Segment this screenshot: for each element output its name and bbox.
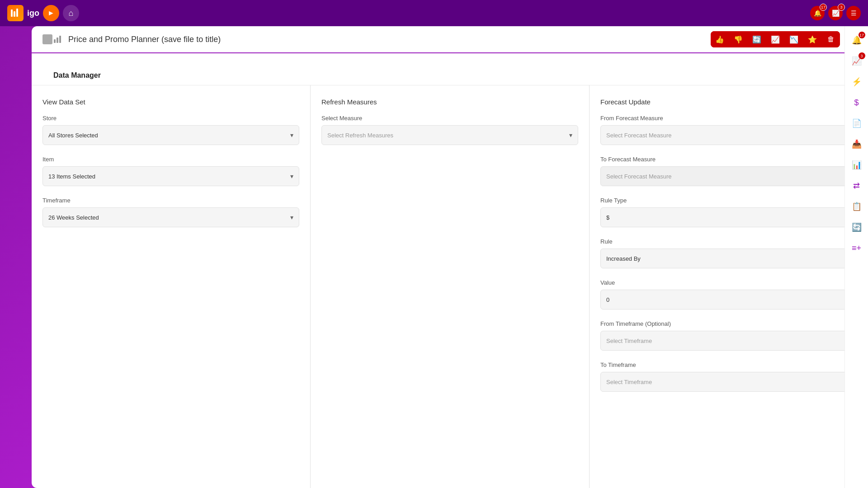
menu-button[interactable]: ☰ — [846, 6, 861, 20]
to-forecast-field-group: To Forecast Measure Select Forecast Meas… — [600, 156, 857, 186]
to-forecast-dropdown[interactable]: Select Forecast Measure ▾ — [600, 166, 857, 186]
from-timeframe-dropdown[interactable]: Select Timeframe ▾ — [600, 331, 857, 351]
forecast-update-title: Forecast Update — [600, 98, 857, 106]
value-label: Value — [600, 279, 857, 286]
header-toolbar: 👍 👎 🔄 📈 📉 ⭐ 🗑 ∧ — [711, 31, 857, 47]
analytics-button[interactable]: 📈 3 — [828, 6, 843, 20]
item-dropdown[interactable]: 13 Items Selected ▾ — [42, 166, 299, 186]
value-input[interactable] — [600, 290, 857, 310]
rule-label: Rule — [600, 238, 857, 245]
from-forecast-placeholder: Select Forecast Measure — [606, 132, 672, 139]
analytics-badge: 3 — [838, 4, 845, 11]
timeframe-value: 26 Weeks Selected — [48, 214, 99, 221]
item-field-group: Item 13 Items Selected ▾ — [42, 156, 299, 186]
from-timeframe-field-group: From Timeframe (Optional) Select Timefra… — [600, 320, 857, 351]
store-dropdown[interactable]: All Stores Selected ▾ — [42, 125, 299, 145]
page-title: Price and Promo Planner (save file to ti… — [68, 35, 221, 44]
rule-type-dropdown[interactable]: $ ▾ — [600, 207, 857, 227]
to-forecast-label: To Forecast Measure — [600, 156, 857, 163]
select-measure-field-group: Select Measure Select Refresh Measures ▾ — [321, 115, 578, 145]
data-manager-title: Data Manager — [42, 62, 112, 80]
refresh-button[interactable]: 🔄 — [748, 31, 766, 47]
sidebar-add-list-button[interactable]: ≡+ — [848, 239, 865, 257]
view-data-set-section: View Data Set Store All Stores Selected … — [32, 85, 311, 488]
timeframe-dropdown-arrow: ▾ — [290, 214, 293, 221]
sidebar-download-button[interactable]: 📥 — [848, 136, 865, 153]
thumbs-down-button[interactable]: 👎 — [729, 31, 747, 47]
from-forecast-field-group: From Forecast Measure Select Forecast Me… — [600, 115, 857, 145]
sections-container: View Data Set Store All Stores Selected … — [32, 85, 868, 488]
item-value: 13 Items Selected — [48, 173, 95, 180]
top-bar-right: 🔔 17 📈 3 ☰ — [810, 6, 861, 20]
store-dropdown-arrow: ▾ — [290, 131, 293, 139]
logo-area: igo — [7, 5, 39, 21]
rule-value: Increased By — [606, 255, 641, 262]
sidebar-barchart-button[interactable]: 📊 — [848, 156, 865, 174]
logo-icon — [7, 5, 24, 21]
select-measure-label: Select Measure — [321, 115, 578, 122]
sidebar-document-button[interactable]: 📄 — [848, 115, 865, 132]
rule-type-field-group: Rule Type $ ▾ — [600, 197, 857, 227]
data-manager-header: Data Manager ∧ — [32, 53, 868, 85]
main-content: Price and Promo Planner (save file to ti… — [32, 26, 868, 488]
from-timeframe-label: From Timeframe (Optional) — [600, 320, 857, 327]
content-header: Price and Promo Planner (save file to ti… — [32, 26, 868, 53]
store-value: All Stores Selected — [48, 132, 98, 139]
from-timeframe-placeholder: Select Timeframe — [606, 338, 652, 344]
top-bar: igo ► ⌂ 🔔 17 📈 3 ☰ — [0, 0, 868, 26]
refresh-measures-section: Refresh Measures Select Measure Select R… — [311, 85, 590, 488]
item-dropdown-arrow: ▾ — [290, 173, 293, 180]
notification-badge: 17 — [820, 4, 827, 11]
rule-dropdown[interactable]: Increased By ▾ — [600, 249, 857, 268]
svg-rect-2 — [16, 9, 18, 17]
rule-type-value: $ — [606, 214, 609, 221]
thumbs-up-button[interactable]: 👍 — [711, 31, 729, 47]
delete-button[interactable]: 🗑 — [822, 31, 840, 47]
svg-rect-1 — [14, 11, 15, 17]
store-field-group: Store All Stores Selected ▾ — [42, 115, 299, 145]
rule-type-label: Rule Type — [600, 197, 857, 204]
notification-button[interactable]: 🔔 17 — [810, 6, 825, 20]
to-forecast-placeholder: Select Forecast Measure — [606, 173, 672, 180]
sidebar-analytics-button[interactable]: 📈 3 — [848, 52, 865, 70]
header-logo — [42, 34, 61, 44]
to-timeframe-dropdown[interactable]: Select Timeframe ▾ — [600, 372, 857, 392]
sidebar-analytics-badge: 3 — [859, 52, 865, 59]
value-field-group: Value — [600, 279, 857, 310]
right-sidebar: 🔔 17 📈 3 ⚡ $ 📄 📥 📊 ⇄ 📋 🔄 ≡+ — [844, 26, 868, 488]
svg-rect-0 — [11, 9, 13, 17]
rule-field-group: Rule Increased By ▾ — [600, 238, 857, 268]
nav-forward-button[interactable]: ► — [43, 5, 59, 21]
sidebar-notification-badge: 17 — [859, 32, 865, 38]
sidebar-transfer-button[interactable]: ⇄ — [848, 177, 865, 194]
store-label: Store — [42, 115, 299, 122]
timeframe-label: Timeframe — [42, 197, 299, 204]
chart-down-button[interactable]: 📉 — [785, 31, 803, 47]
sidebar-upload-doc-button[interactable]: 📋 — [848, 198, 865, 215]
item-label: Item — [42, 156, 299, 163]
from-forecast-label: From Forecast Measure — [600, 115, 857, 122]
logo-text: igo — [27, 9, 39, 18]
select-measure-dropdown-arrow: ▾ — [569, 131, 572, 139]
timeframe-dropdown[interactable]: 26 Weeks Selected ▾ — [42, 207, 299, 227]
sidebar-notification-button[interactable]: 🔔 17 — [848, 32, 865, 49]
to-timeframe-label: To Timeframe — [600, 361, 857, 368]
toolbar-button-group: 👍 👎 🔄 📈 📉 ⭐ 🗑 — [711, 31, 840, 47]
star-button[interactable]: ⭐ — [803, 31, 821, 47]
forecast-update-section: Forecast Update From Forecast Measure Se… — [590, 85, 868, 488]
to-timeframe-placeholder: Select Timeframe — [606, 379, 652, 385]
from-forecast-dropdown[interactable]: Select Forecast Measure ▾ — [600, 125, 857, 145]
select-measure-dropdown[interactable]: Select Refresh Measures ▾ — [321, 125, 578, 145]
sidebar-lightning-button[interactable]: ⚡ — [848, 73, 865, 90]
refresh-measures-title: Refresh Measures — [321, 98, 578, 106]
chart-up-button[interactable]: 📈 — [766, 31, 784, 47]
nav-home-button[interactable]: ⌂ — [63, 5, 79, 21]
select-measure-placeholder: Select Refresh Measures — [327, 132, 393, 139]
sidebar-dollar-button[interactable]: $ — [848, 94, 865, 111]
view-data-set-title: View Data Set — [42, 98, 299, 106]
timeframe-field-group: Timeframe 26 Weeks Selected ▾ — [42, 197, 299, 227]
sidebar-sync-button[interactable]: 🔄 — [848, 219, 865, 236]
to-timeframe-field-group: To Timeframe Select Timeframe ▾ — [600, 361, 857, 392]
